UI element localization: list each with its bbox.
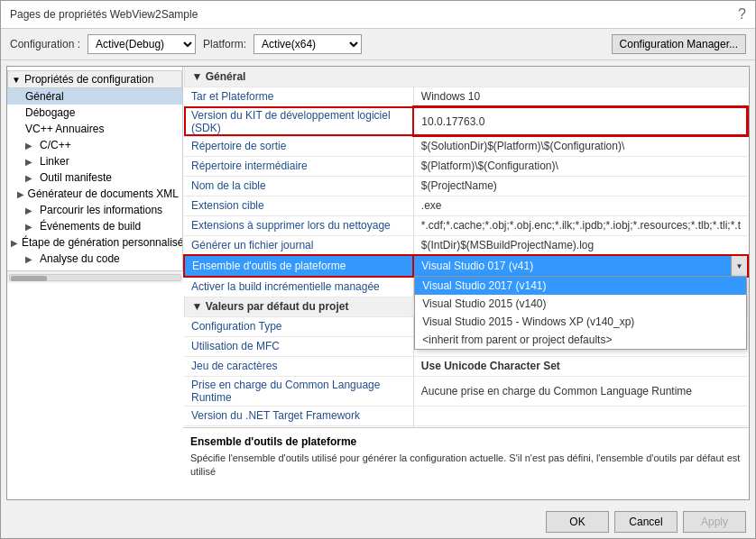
- table-row[interactable]: Extensions à supprimer lors du nettoyage…: [184, 215, 748, 235]
- dialog-title: Pages de propriétés WebView2Sample: [10, 8, 198, 21]
- prop-value: $(ProjectName): [413, 176, 748, 196]
- table-row[interactable]: Tar et Plateforme Windows 10: [184, 87, 748, 106]
- tree-item-build-events[interactable]: ▶ Événements de build: [7, 218, 182, 234]
- table-row[interactable]: Extension cible .exe: [184, 196, 748, 215]
- table-row[interactable]: Jeu de caractères Use Unicode Character …: [184, 356, 748, 376]
- expand-icon: ▶: [17, 189, 24, 199]
- table-row[interactable]: Répertoire de sortie $(SolutionDir)$(Pla…: [184, 136, 748, 156]
- prop-label: Prise en charge du Common Language Runti…: [184, 376, 413, 406]
- properties-grid: ▼ Général Tar et Plateforme Windows 10 V…: [183, 67, 749, 427]
- prop-value: $(Platform)\$(Configuration)\: [413, 156, 748, 176]
- tree-item-label: VC++ Annuaires: [25, 123, 104, 135]
- dropdown-option[interactable]: Visual Studio 2015 - Windows XP (v140_xp…: [415, 313, 746, 331]
- tree-item-code-analysis[interactable]: ▶ Analyse du code: [7, 251, 182, 267]
- description-panel: Ensemble d'outils de plateforme Spécifie…: [183, 427, 749, 499]
- tree-item-cpp[interactable]: ▶ C/C++: [7, 137, 182, 153]
- expand-icon: ▶: [25, 173, 36, 183]
- prop-label: Version du .NET Target Framework: [184, 406, 413, 425]
- prop-value: .exe: [413, 196, 748, 215]
- prop-value: Windows 10: [413, 87, 748, 106]
- tree-item-label: C/C++: [40, 139, 71, 151]
- prop-label: Nom de la cible: [184, 176, 413, 196]
- table-row[interactable]: Version du .NET Target Framework: [184, 406, 748, 425]
- section-label: ▼ Général: [184, 67, 748, 87]
- section-row-general: ▼ Général: [184, 67, 748, 87]
- dropdown-current-value[interactable]: Visual Studio 017 (v41): [414, 256, 731, 276]
- tree-item-xml[interactable]: ▶ Générateur de documents XML: [7, 186, 182, 202]
- prop-value: [413, 406, 748, 425]
- description-text: Spécifie l'ensemble d'outils utilisé pou…: [190, 452, 742, 480]
- configuration-select[interactable]: Active(Debug): [88, 34, 196, 54]
- dropdown-arrow-icon[interactable]: ▼: [731, 256, 747, 276]
- title-bar: Pages de propriétés WebView2Sample ?: [1, 1, 755, 29]
- prop-label: Utilisation de MFC: [184, 336, 413, 356]
- main-content: ▼ Propriétés de configuration Général Dé…: [6, 66, 750, 500]
- tree-item-label: Analyse du code: [40, 252, 120, 265]
- apply-button[interactable]: Apply: [683, 511, 746, 533]
- dropdown-option[interactable]: Visual Studio 2017 (v141): [415, 277, 746, 295]
- prop-label: Extension cible: [184, 196, 413, 215]
- prop-label: Configuration Type: [184, 316, 413, 336]
- tree-item-browse[interactable]: ▶ Parcourir les informations: [7, 202, 182, 218]
- config-manager-button[interactable]: Configuration Manager...: [612, 34, 746, 54]
- help-icon[interactable]: ?: [738, 6, 746, 23]
- platform-select[interactable]: Active(x64): [254, 34, 362, 54]
- expand-icon: ▶: [25, 157, 36, 167]
- tree-item-custom-build[interactable]: ▶ Étape de génération personnalisée: [7, 234, 182, 251]
- expand-icon: ▶: [25, 222, 36, 232]
- dropdown-option[interactable]: <inherit from parent or project defaults…: [415, 331, 746, 349]
- tree-item-label: Parcourir les informations: [40, 204, 162, 216]
- tree-item-label: Étape de génération personnalisée: [22, 236, 183, 249]
- prop-value: $(IntDir)$(MSBuildProjectName).log: [413, 235, 748, 255]
- hscroll-thumb: [11, 276, 47, 281]
- section-collapse-icon: ▼: [12, 75, 21, 85]
- tree-item-manifest[interactable]: ▶ Outil manifeste: [7, 169, 182, 186]
- left-panel: ▼ Propriétés de configuration Général Dé…: [7, 67, 183, 270]
- dropdown-container: Visual Studio 017 (v41) ▼ Visual Studio …: [414, 256, 747, 276]
- table-row[interactable]: Générer un fichier journal $(IntDir)$(MS…: [184, 235, 748, 255]
- platform-label: Platform:: [203, 38, 246, 50]
- dropdown-option[interactable]: Visual Studio 2015 (v140): [415, 295, 746, 313]
- tree-item-label: Général: [25, 90, 64, 103]
- properties-dialog: Pages de propriétés WebView2Sample ? Con…: [0, 0, 756, 539]
- tree-item-debug[interactable]: Débogage: [7, 105, 182, 121]
- prop-value-dropdown[interactable]: Visual Studio 017 (v41) ▼ Visual Studio …: [413, 255, 748, 277]
- tree-section-header[interactable]: ▼ Propriétés de configuration: [7, 70, 182, 88]
- left-panel-hscroll[interactable]: [7, 270, 183, 283]
- expand-icon: ▶: [25, 206, 36, 215]
- section-collapse-icon: ▼: [192, 300, 206, 313]
- table-row[interactable]: Nom de la cible $(ProjectName): [184, 176, 748, 196]
- section-collapse-icon: ▼: [192, 70, 206, 83]
- tree-item-label: Outil manifeste: [40, 171, 112, 184]
- tree-item-vcpp[interactable]: VC++ Annuaires: [7, 121, 182, 137]
- ok-button[interactable]: OK: [546, 511, 609, 533]
- prop-value: $(SolutionDir)$(Platform)\$(Configuratio…: [413, 136, 748, 156]
- expand-icon: ▶: [11, 238, 18, 248]
- section-label: Propriétés de configuration: [24, 73, 153, 86]
- tree-item-label: Événements de build: [40, 220, 141, 233]
- prop-value: *.cdf;*.cache;*.obj;*.obj.enc;*.ilk;*.ip…: [413, 215, 748, 235]
- prop-label: Version du KIT de développement logiciel…: [184, 106, 413, 136]
- tree-item-label: Débogage: [25, 106, 75, 119]
- cancel-button[interactable]: Cancel: [614, 511, 678, 533]
- dropdown-popup: Visual Studio 2017 (v141) Visual Studio …: [414, 276, 747, 350]
- description-title: Ensemble d'outils de plateforme: [190, 435, 742, 448]
- prop-label: Activer la build incrémentielle managée: [184, 277, 413, 297]
- sdk-row[interactable]: Version du KIT de développement logiciel…: [184, 106, 748, 136]
- table-row[interactable]: Répertoire intermédiaire $(Platform)\$(C…: [184, 156, 748, 176]
- table-row[interactable]: Prise en charge du Common Language Runti…: [184, 376, 748, 406]
- properties-table: ▼ Général Tar et Plateforme Windows 10 V…: [183, 67, 749, 427]
- prop-label: Générer un fichier journal: [184, 235, 413, 255]
- prop-label: Ensemble d'outils de plateforme: [184, 255, 413, 277]
- tree-item-label: Générateur de documents XML: [28, 187, 179, 200]
- prop-label: Tar et Plateforme: [184, 87, 413, 106]
- prop-label: Répertoire de sortie: [184, 136, 413, 156]
- tree-item-general[interactable]: Général: [7, 88, 182, 105]
- prop-label: Extensions à supprimer lors du nettoyage: [184, 215, 413, 235]
- tree-item-linker[interactable]: ▶ Linker: [7, 153, 182, 169]
- bottom-bar: OK Cancel Apply: [1, 506, 755, 538]
- toolset-row[interactable]: Ensemble d'outils de plateforme Visual S…: [184, 255, 748, 277]
- hscroll-track: [9, 274, 181, 281]
- left-panel-container: ▼ Propriétés de configuration Général Dé…: [7, 67, 183, 499]
- tree-item-label: Linker: [40, 155, 69, 168]
